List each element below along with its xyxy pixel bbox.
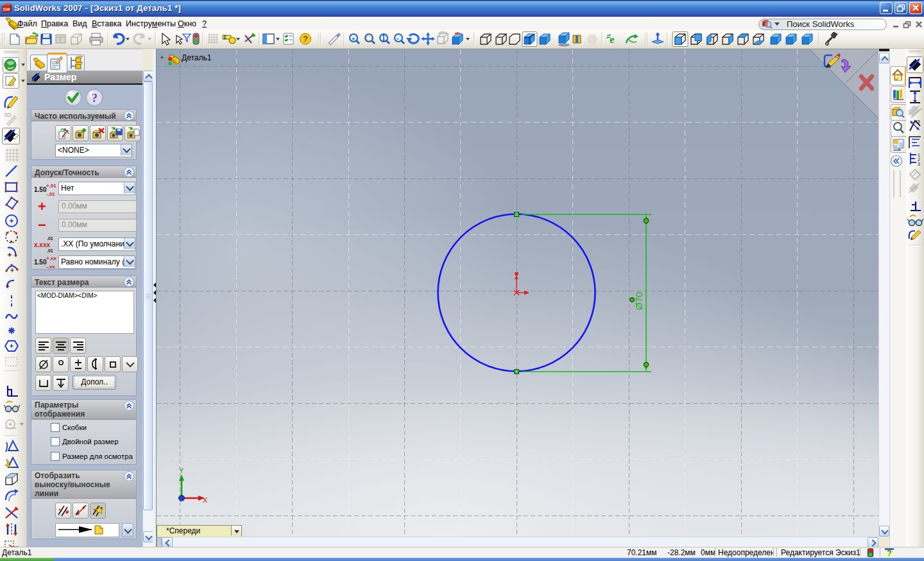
svg-text:SW: SW xyxy=(3,7,11,12)
svg-text:3D: 3D xyxy=(4,112,12,118)
svg-text:x.xxx: x.xxx xyxy=(34,241,50,248)
svg-text:3: 3 xyxy=(918,162,920,166)
svg-text:+.xx: +.xx xyxy=(46,255,56,261)
svg-text:+: + xyxy=(352,36,355,42)
svg-text:Σ: Σ xyxy=(223,34,227,40)
svg-text:Деталь1: Деталь1 xyxy=(182,53,212,62)
svg-text:-.xx: -.xx xyxy=(46,264,55,270)
svg-text:?: ? xyxy=(303,34,308,44)
svg-text:-: - xyxy=(397,35,398,42)
svg-text:45: 45 xyxy=(915,119,920,124)
svg-text:Ø70: Ø70 xyxy=(633,292,644,310)
svg-text:.01: .01 xyxy=(47,236,53,241)
svg-text:+.01: +.01 xyxy=(46,183,56,189)
svg-text:1.50: 1.50 xyxy=(34,186,47,193)
svg-text:Y: Y xyxy=(179,467,184,474)
svg-text:1: 1 xyxy=(918,153,920,157)
svg-text:?: ? xyxy=(92,91,98,105)
svg-text:X: X xyxy=(203,496,208,504)
svg-text:.01: .01 xyxy=(47,248,53,253)
svg-text:2: 2 xyxy=(918,157,920,162)
svg-text:-.01: -.01 xyxy=(46,191,55,197)
svg-text:1.50: 1.50 xyxy=(34,259,47,266)
